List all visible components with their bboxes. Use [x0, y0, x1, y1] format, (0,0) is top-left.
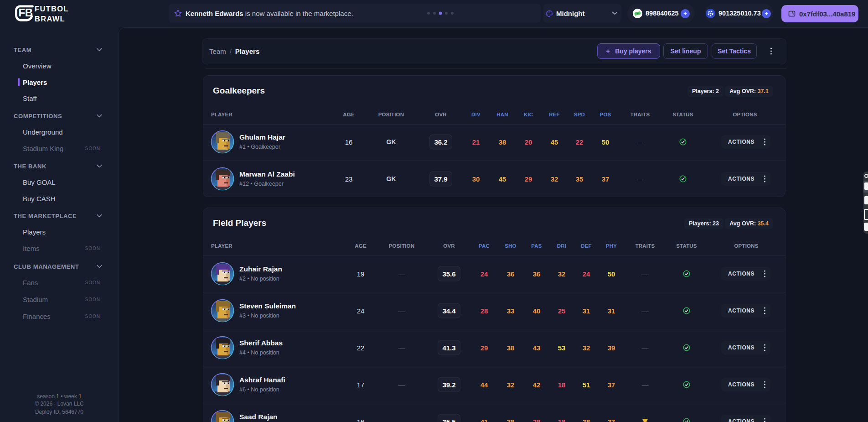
svg-text:BRAWL: BRAWL — [35, 15, 65, 23]
svg-text:FUTBOL: FUTBOL — [35, 5, 69, 13]
svg-text:FB: FB — [19, 6, 33, 19]
